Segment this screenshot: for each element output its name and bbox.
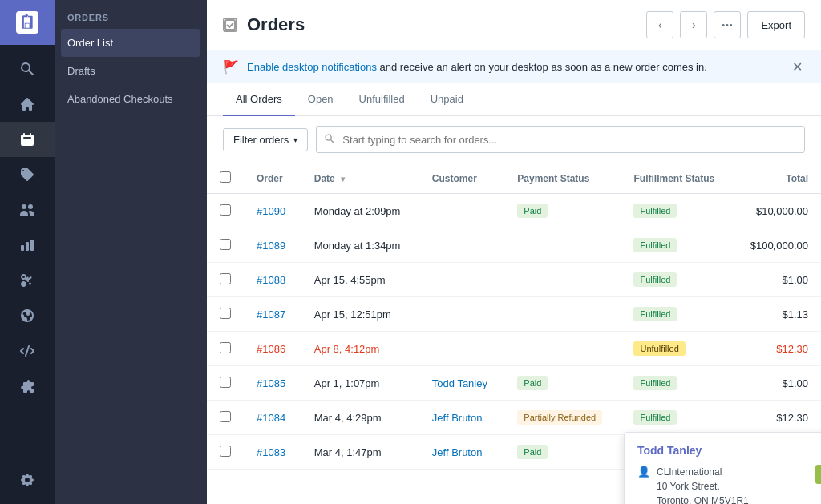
- order-number-link[interactable]: #1086: [257, 343, 285, 355]
- order-date: Apr 15, 12:51pm: [301, 297, 419, 332]
- order-total: $1.00: [733, 263, 821, 297]
- row-checkbox[interactable]: [220, 411, 231, 422]
- shopify-logo-icon: [16, 11, 38, 34]
- order-total: $12.30: [733, 332, 821, 366]
- order-number-link[interactable]: #1088: [257, 274, 285, 286]
- puzzle-sidebar-icon[interactable]: [0, 369, 55, 404]
- notification-flag-icon: 🚩: [223, 59, 239, 75]
- svg-rect-0: [225, 20, 235, 30]
- orders-toolbar: Filter orders ▾: [207, 116, 821, 163]
- notification-close-button[interactable]: ✕: [789, 58, 805, 75]
- sidebar-bottom-icons: [0, 462, 55, 504]
- row-checkbox[interactable]: [220, 308, 231, 319]
- order-customer: [419, 297, 505, 332]
- customers-sidebar-icon[interactable]: [0, 192, 55, 228]
- export-button[interactable]: Export: [747, 11, 805, 38]
- tab-all-orders[interactable]: All Orders: [223, 83, 295, 116]
- table-row: #1089 Monday at 1:34pm Fulfilled $100,00…: [207, 228, 821, 263]
- orders-table-container: Order Date ▾ Customer Payment Status Ful…: [207, 163, 821, 470]
- fulfillment-badge: Fulfilled: [633, 410, 677, 425]
- table-row: #1086 Apr 8, 4:12pm Unfulfilled $12.30: [207, 332, 821, 366]
- analytics-sidebar-icon[interactable]: [0, 228, 55, 263]
- settings-sidebar-icon[interactable]: [0, 462, 55, 498]
- payment-badge: Paid: [517, 445, 548, 459]
- nav-item-order-list[interactable]: Order List: [61, 29, 200, 57]
- more-actions-button[interactable]: •••: [714, 11, 741, 38]
- order-customer: [419, 332, 505, 366]
- sidebar: [0, 0, 55, 504]
- customer-link[interactable]: Jeff Bruton: [432, 446, 483, 458]
- fulfillment-badge: Fulfilled: [633, 238, 677, 252]
- tab-open[interactable]: Open: [295, 83, 346, 116]
- order-number-link[interactable]: #1083: [257, 446, 285, 458]
- select-all-checkbox[interactable]: [220, 171, 231, 183]
- fulfillment-col-header: Fulfillment Status: [621, 163, 733, 194]
- customer-link[interactable]: Jeff Bruton: [432, 412, 483, 424]
- forward-button[interactable]: ›: [680, 11, 707, 38]
- search-sidebar-icon[interactable]: [0, 51, 55, 87]
- payment-col-header: Payment Status: [504, 163, 621, 194]
- order-date: Apr 1, 1:07pm: [301, 366, 419, 401]
- order-number-link[interactable]: #1085: [257, 377, 285, 389]
- order-total: $1.00: [733, 366, 821, 401]
- search-input[interactable]: [316, 126, 805, 153]
- order-customer: [419, 228, 505, 263]
- sidebar-nav-icons: [0, 51, 55, 404]
- tab-unpaid[interactable]: Unpaid: [418, 83, 476, 116]
- order-date: Mar 4, 4:29pm: [301, 401, 419, 435]
- customer-link[interactable]: Todd Tanley: [432, 377, 487, 389]
- payment-badge: Paid: [517, 204, 548, 218]
- back-button[interactable]: ‹: [646, 11, 673, 38]
- row-checkbox[interactable]: [220, 273, 231, 284]
- fulfillment-badge: Fulfilled: [633, 204, 677, 218]
- tags-sidebar-icon[interactable]: [0, 157, 55, 192]
- row-checkbox[interactable]: [220, 204, 231, 216]
- order-number-link[interactable]: #1089: [257, 240, 285, 252]
- table-row: #1087 Apr 15, 12:51pm Fulfilled $1.13: [207, 297, 821, 332]
- order-customer: [419, 263, 505, 297]
- page-title: Orders: [247, 14, 637, 35]
- table-row: #1088 Apr 15, 4:55pm Fulfilled $1.00: [207, 263, 821, 297]
- order-total: $100,000.00: [733, 228, 821, 263]
- table-row: #1085 Apr 1, 1:07pm Todd Tanley Paid Ful…: [207, 366, 821, 401]
- code-sidebar-icon[interactable]: [0, 333, 55, 369]
- order-total: $1.13: [733, 297, 821, 332]
- order-date: Apr 8, 4:12pm: [301, 332, 419, 366]
- payment-badge: Paid: [517, 376, 548, 390]
- order-total: $10,000.00: [733, 194, 821, 228]
- filter-dropdown-icon: ▾: [293, 135, 297, 144]
- row-checkbox[interactable]: [220, 377, 231, 388]
- tab-unfulfilled[interactable]: Unfulfilled: [346, 83, 418, 116]
- header-actions: ‹ › ••• Export: [646, 11, 805, 38]
- nav-item-abandoned-checkouts[interactable]: Abandoned Checkouts: [55, 85, 207, 113]
- customer-tooltip: Todd Tanley 👤 CLInternational 10 York St…: [624, 432, 821, 504]
- nav-panel-header: ORDERS: [55, 0, 207, 29]
- row-checkbox[interactable]: [220, 446, 231, 457]
- date-sort-icon: ▾: [341, 175, 345, 183]
- fulfillment-badge: Fulfilled: [633, 272, 677, 287]
- orders-table: Order Date ▾ Customer Payment Status Ful…: [207, 163, 821, 470]
- search-icon: [324, 133, 335, 147]
- orders-sidebar-icon[interactable]: [0, 122, 55, 157]
- row-checkbox[interactable]: [220, 342, 231, 353]
- globe-sidebar-icon[interactable]: [0, 298, 55, 333]
- nav-item-drafts[interactable]: Drafts: [55, 57, 207, 85]
- order-col-header: Order: [244, 163, 301, 194]
- date-col-header[interactable]: Date ▾: [301, 163, 419, 194]
- sidebar-logo[interactable]: [0, 0, 55, 45]
- tooltip-address-row: 👤 CLInternational 10 York Street. Toront…: [637, 465, 821, 504]
- notification-bar: 🚩 Enable desktop notifications and recei…: [207, 50, 821, 83]
- row-checkbox[interactable]: [220, 239, 231, 250]
- enable-notifications-link[interactable]: Enable desktop notifications: [247, 61, 377, 73]
- home-sidebar-icon[interactable]: [0, 87, 55, 122]
- order-number-link[interactable]: #1090: [257, 205, 285, 217]
- order-date: Monday at 2:09pm: [301, 194, 419, 228]
- fulfillment-badge: Fulfilled: [633, 376, 677, 390]
- scissors-sidebar-icon[interactable]: [0, 263, 55, 298]
- order-number-link[interactable]: #1084: [257, 412, 285, 424]
- orders-section: All Orders Open Unfulfilled Unpaid Filte…: [207, 83, 821, 504]
- total-col-header: Total: [733, 163, 821, 194]
- filter-orders-button[interactable]: Filter orders ▾: [223, 128, 308, 151]
- fulfillment-badge: Unfulfilled: [633, 341, 685, 356]
- order-number-link[interactable]: #1087: [257, 308, 285, 321]
